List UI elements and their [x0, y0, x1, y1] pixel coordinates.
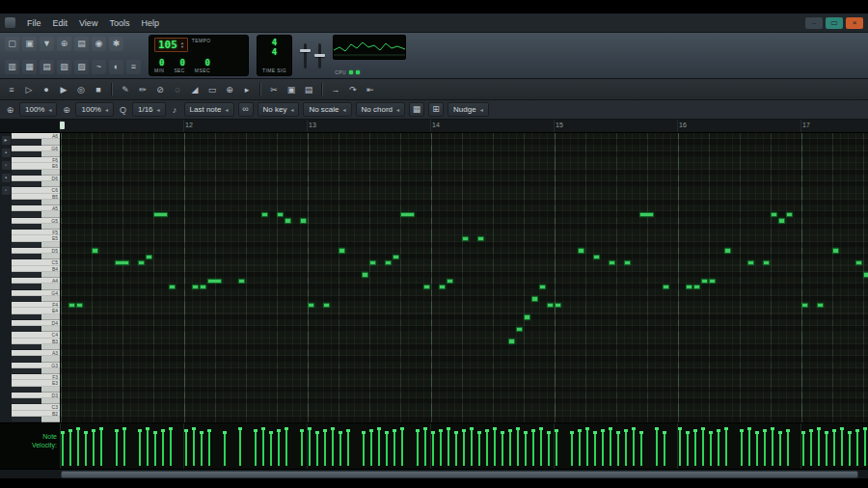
menu-grip-button[interactable]: ≡ — [4, 82, 19, 97]
browser-icon[interactable]: ▨ — [74, 60, 89, 74]
export-icon[interactable]: ▤ — [74, 37, 89, 51]
velocity-stem[interactable] — [262, 427, 264, 466]
velocity-stem[interactable] — [525, 431, 527, 466]
draw-note-select[interactable]: Last note◂ — [184, 102, 234, 117]
velocity-stem[interactable] — [139, 429, 141, 466]
velocity-stem[interactable] — [77, 427, 79, 466]
velocity-stem[interactable] — [463, 429, 465, 466]
scrollbar-thumb[interactable] — [61, 471, 858, 478]
loop-record-button[interactable]: ◎ — [73, 82, 89, 97]
timeline-area[interactable]: 121314151617 — [60, 120, 868, 132]
velocity-stem[interactable] — [718, 429, 719, 466]
velocity-stem[interactable] — [741, 429, 743, 466]
velocity-stem[interactable] — [455, 431, 457, 466]
midi-note[interactable] — [539, 285, 546, 290]
velocity-stem[interactable] — [448, 427, 449, 466]
playback-tool-button[interactable]: ▸ — [239, 82, 255, 97]
midi-note[interactable] — [508, 339, 515, 344]
play-pattern-button[interactable]: ▶ — [56, 82, 71, 97]
midi-note[interactable] — [423, 285, 430, 290]
panel-notes-icon[interactable]: ▫ — [2, 161, 11, 170]
midi-note[interactable] — [547, 303, 554, 309]
midi-note[interactable] — [400, 212, 415, 218]
midi-note[interactable] — [138, 260, 145, 266]
midi-note[interactable] — [771, 212, 777, 218]
stamp-button[interactable]: ▦ — [409, 102, 424, 117]
midi-note[interactable] — [207, 279, 222, 285]
zoom-tool-button[interactable]: ⊕ — [222, 82, 237, 97]
paint-tool-button[interactable]: ✏ — [135, 82, 150, 97]
midi-note[interactable] — [462, 236, 469, 242]
velocity-stem[interactable] — [556, 429, 557, 466]
piano-roll-icon[interactable]: ▤ — [40, 60, 54, 74]
master-pitch-slider[interactable] — [318, 43, 321, 68]
velocity-stem[interactable] — [540, 427, 542, 466]
draw-tool-button[interactable]: ✎ — [118, 82, 133, 97]
velocity-stem[interactable] — [93, 429, 95, 466]
velocity-stem[interactable] — [417, 429, 419, 466]
velocity-stem[interactable] — [278, 429, 280, 466]
velocity-stem[interactable] — [324, 429, 326, 466]
notification-bell-icon[interactable]: ✱ — [109, 37, 123, 51]
midi-note[interactable] — [200, 285, 206, 290]
midi-note[interactable] — [516, 327, 523, 333]
link-notes-button[interactable]: ∞ — [238, 102, 254, 117]
midi-note[interactable] — [663, 285, 669, 290]
midi-note[interactable] — [863, 272, 868, 278]
velocity-stem[interactable] — [849, 431, 851, 466]
midi-note[interactable] — [578, 248, 584, 254]
midi-note[interactable] — [285, 218, 291, 224]
midi-note[interactable] — [724, 248, 731, 254]
velocity-stem[interactable] — [378, 427, 380, 466]
stop-button[interactable]: ■ — [91, 82, 106, 97]
pitch-slider-thumb[interactable] — [314, 54, 325, 57]
midi-note[interactable] — [801, 303, 808, 309]
velocity-stem[interactable] — [393, 429, 395, 466]
midi-note[interactable] — [701, 279, 708, 285]
tempo-display[interactable]: 105 ▲ ▼ — [154, 38, 188, 52]
wave-icon[interactable]: ~ — [92, 60, 106, 74]
velocity-stem[interactable] — [478, 431, 480, 466]
velocity-stem[interactable] — [147, 427, 149, 466]
search-icon[interactable]: ⊕ — [57, 37, 71, 51]
velocity-stem[interactable] — [347, 429, 349, 466]
velocity-stem[interactable] — [440, 429, 442, 466]
midi-note[interactable] — [477, 236, 484, 242]
velocity-stem[interactable] — [185, 429, 187, 466]
midi-note[interactable] — [323, 303, 330, 309]
midi-note[interactable] — [778, 218, 785, 224]
velocity-stem[interactable] — [748, 427, 750, 466]
velocity-stem[interactable] — [363, 431, 365, 466]
mute-tool-button[interactable]: ◌ — [170, 82, 185, 97]
velocity-stem[interactable] — [339, 431, 341, 466]
playlist-icon[interactable]: ▥ — [5, 60, 19, 74]
velocity-stem[interactable] — [471, 427, 473, 466]
grid-options-button[interactable]: ⊞ — [428, 102, 444, 117]
piano-keys[interactable]: A6G6F6E6D6C6B5A5G5F5E5D5C5B4A4G4F4E4D4C4… — [12, 133, 61, 422]
midi-note[interactable] — [447, 279, 453, 285]
midi-note[interactable] — [393, 255, 399, 260]
volume-slider-thumb[interactable] — [300, 49, 311, 52]
midi-note[interactable] — [238, 279, 245, 285]
velocity-stem[interactable] — [579, 429, 581, 466]
menu-item-help[interactable]: Help — [135, 16, 165, 30]
velocity-stem[interactable] — [679, 427, 681, 466]
panel-arrow-icon[interactable]: ▸ — [2, 136, 11, 145]
velocity-stem[interactable] — [100, 427, 102, 466]
midi-note[interactable] — [686, 285, 692, 290]
midi-note[interactable] — [68, 303, 75, 309]
midi-note[interactable] — [855, 260, 862, 266]
midi-note[interactable] — [146, 255, 152, 260]
midi-note[interactable] — [639, 212, 654, 218]
midi-note[interactable] — [300, 218, 307, 224]
velocity-stem[interactable] — [386, 431, 388, 466]
velocity-stem[interactable] — [787, 429, 789, 466]
velocity-stem[interactable] — [856, 429, 858, 466]
zoom-vertical-select[interactable]: 100%◂ — [75, 102, 113, 117]
open-project-icon[interactable]: ▣ — [22, 37, 37, 51]
midi-note[interactable] — [763, 260, 770, 266]
tempo-value[interactable]: 105 — [158, 39, 177, 51]
slice-tool-button[interactable]: ◢ — [187, 82, 203, 97]
velocity-stem[interactable] — [509, 429, 511, 466]
velocity-stem[interactable] — [779, 431, 781, 466]
